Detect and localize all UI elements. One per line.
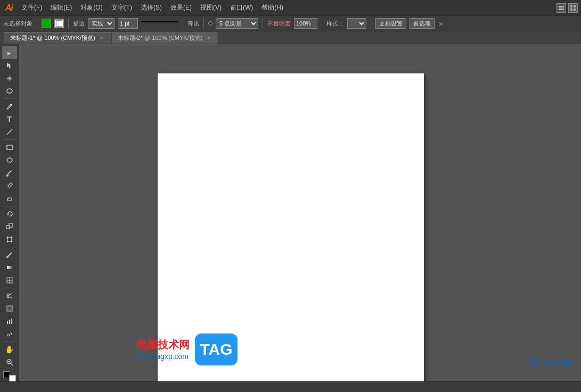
menu-item-view[interactable]: 视图(V) <box>196 1 226 14</box>
artboard-tool[interactable] <box>2 302 17 315</box>
tab-1-close[interactable]: × <box>99 35 105 41</box>
free-transform-tool[interactable] <box>2 233 17 246</box>
stroke-label: 描边 <box>73 20 85 28</box>
stroke-color-swatch[interactable] <box>54 19 64 28</box>
tool-sep-7 <box>3 370 16 370</box>
symbol-tool[interactable] <box>2 328 17 340</box>
doc-settings-button[interactable]: 文档设置 <box>375 18 406 29</box>
svg-rect-14 <box>7 182 12 187</box>
menu-item-file[interactable]: 文件(F) <box>17 1 46 14</box>
gradient-tool[interactable] <box>2 261 17 274</box>
eraser-tool[interactable] <box>2 192 17 205</box>
stroke-preview <box>141 21 178 26</box>
direct-selection-tool[interactable] <box>2 59 17 72</box>
scissors-tool[interactable] <box>2 289 17 302</box>
menu-item-window[interactable]: 窗口(W) <box>226 1 257 14</box>
menu-item-select[interactable]: 选择(S) <box>136 1 166 14</box>
ellipse-tool[interactable] <box>2 154 17 166</box>
dot-size-select[interactable]: 5 点圆形 <box>216 18 258 29</box>
zoom-tool[interactable] <box>2 356 17 369</box>
svg-rect-4 <box>574 5 576 7</box>
svg-point-26 <box>6 256 9 258</box>
menu-item-effect[interactable]: 效果(E) <box>166 1 196 14</box>
magic-wand-tool[interactable]: ✳ <box>2 72 17 85</box>
tag-badge: TAG <box>195 333 238 365</box>
control-arrow-icon[interactable]: » <box>439 19 443 28</box>
tagxp-label: 电脑技术网 www.tagxp.com <box>136 338 190 361</box>
tagxp-line2: www.tagxp.com <box>136 352 190 361</box>
svg-rect-5 <box>570 9 572 11</box>
divider7 <box>371 18 371 29</box>
rect-tool[interactable] <box>2 141 17 154</box>
tab-1[interactable]: 未标题-1* @ 100% (CMYK/预览) × <box>4 32 111 44</box>
svg-point-23 <box>6 241 8 243</box>
style-select[interactable] <box>347 18 366 29</box>
text-tool[interactable]: T <box>2 113 17 126</box>
eyedropper-tool[interactable] <box>2 248 17 261</box>
jiguang-label: 极光下载站 <box>544 359 576 368</box>
svg-rect-1 <box>559 7 564 9</box>
lasso-tool[interactable] <box>2 85 17 97</box>
svg-rect-37 <box>7 321 8 324</box>
svg-rect-0 <box>559 6 564 7</box>
divider3 <box>183 18 183 29</box>
mesh-tool[interactable] <box>2 274 17 287</box>
tab-2-close[interactable]: × <box>206 35 212 41</box>
panel-icon[interactable] <box>557 3 566 13</box>
svg-point-21 <box>6 237 8 238</box>
tab-2-label: 未标题-2* @ 100% (CMYK/预览) <box>118 34 203 42</box>
svg-line-10 <box>7 129 12 135</box>
divider2 <box>68 18 69 29</box>
divider6 <box>322 18 322 29</box>
svg-point-32 <box>7 296 9 298</box>
brush-tool[interactable] <box>2 166 17 179</box>
svg-point-24 <box>11 241 12 243</box>
divider5 <box>263 18 263 29</box>
first-item-button[interactable]: 首选项 <box>410 18 435 29</box>
menu-item-text[interactable]: 文字(T) <box>107 1 136 14</box>
tool-sep-4 <box>3 247 16 247</box>
divider4 <box>203 18 204 29</box>
svg-rect-11 <box>7 145 12 149</box>
tools-panel: ▸ ✳ T <box>0 44 19 381</box>
fill-stroke-indicator[interactable] <box>3 371 16 381</box>
selection-tool[interactable]: ▸ <box>2 46 17 59</box>
svg-marker-17 <box>7 214 9 215</box>
hand-tool[interactable]: ✋ <box>2 343 17 356</box>
dot-icon <box>208 21 212 26</box>
pencil-tool[interactable] <box>2 179 17 192</box>
main-area: ▸ ✳ T <box>0 44 581 381</box>
svg-rect-38 <box>9 320 10 324</box>
svg-point-8 <box>7 89 12 93</box>
tab-2[interactable]: 未标题-2* @ 100% (CMYK/预览) × <box>112 32 218 44</box>
grid-icon[interactable] <box>568 3 578 13</box>
svg-point-40 <box>7 334 10 336</box>
pen-tool[interactable] <box>2 100 17 113</box>
graph-tool[interactable] <box>2 315 17 328</box>
selection-status: 未选择对象 <box>3 20 32 28</box>
svg-point-45 <box>528 357 541 370</box>
tool-sep-6 <box>3 341 16 342</box>
scale-tool[interactable] <box>2 220 17 233</box>
menu-item-help[interactable]: 帮助(H) <box>257 1 288 14</box>
line-tool[interactable] <box>2 126 17 138</box>
stroke-type-select[interactable]: 实线 虚线 <box>88 18 114 29</box>
menu-item-edit[interactable]: 编辑(E) <box>46 1 76 14</box>
svg-point-9 <box>10 104 12 106</box>
status-bar <box>0 381 581 392</box>
tab-bar: 未标题-1* @ 100% (CMYK/预览) × 未标题-2* @ 100% … <box>0 31 581 44</box>
tagxp-line1: 电脑技术网 <box>136 338 190 352</box>
tool-sep-3 <box>3 206 16 206</box>
opacity-input[interactable] <box>294 18 317 29</box>
svg-rect-2 <box>559 9 564 10</box>
svg-rect-39 <box>11 319 12 324</box>
canvas-area[interactable]: 电脑技术网 www.tagxp.com TAG 极光下载站 <box>19 44 581 381</box>
fill-color-swatch[interactable] <box>42 19 51 28</box>
tool-sep-2 <box>3 139 16 140</box>
menu-bar: 文件(F)编辑(E)对象(O)文字(T)选择(S)效果(E)视图(V)窗口(W)… <box>17 1 288 14</box>
svg-point-22 <box>11 237 12 238</box>
menu-item-object[interactable]: 对象(O) <box>76 1 107 14</box>
stroke-size-input[interactable] <box>118 18 138 29</box>
rotate-tool[interactable] <box>2 207 17 220</box>
tool-sep-1 <box>3 98 16 99</box>
